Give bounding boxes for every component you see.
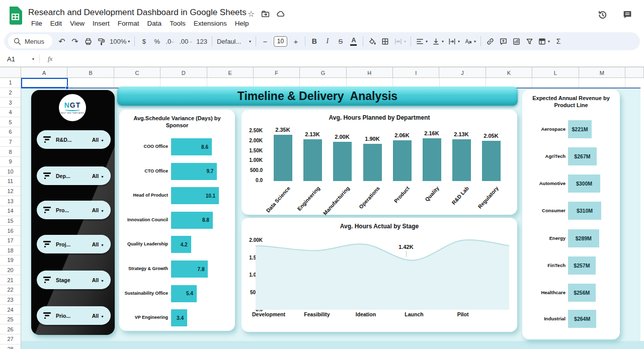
bold-button[interactable]: B (308, 35, 321, 48)
print-button[interactable] (82, 35, 95, 48)
column-header-F[interactable]: F (254, 67, 300, 78)
slicer-value-dropdown[interactable]: All▼ (92, 313, 104, 319)
column-header-D[interactable]: D (160, 67, 207, 78)
table-views-button[interactable]: ▾ (536, 35, 552, 48)
column-header-C[interactable]: C (114, 67, 160, 78)
row-header-22[interactable]: 22 (0, 285, 21, 295)
row-header-23[interactable]: 23 (0, 295, 21, 305)
horizontal-align-button[interactable]: ▾ (414, 35, 430, 48)
column-header-A[interactable]: A (21, 67, 67, 78)
row-header-4[interactable]: 4 (0, 108, 21, 118)
slicer-r&d[interactable]: R&D...All▼ (37, 130, 111, 149)
row-header-9[interactable]: 9 (0, 157, 21, 167)
increase-font-size-button[interactable]: + (289, 35, 302, 48)
column-header-B[interactable]: B (67, 67, 114, 78)
column-header-J[interactable]: J (439, 67, 486, 78)
row-header-14[interactable]: 14 (0, 206, 21, 216)
format-percent-button[interactable]: % (150, 35, 164, 48)
column-header-G[interactable]: G (300, 67, 346, 78)
insert-link-button[interactable] (484, 35, 497, 48)
row-header-13[interactable]: 13 (0, 196, 21, 206)
decrease-font-size-button[interactable]: − (259, 35, 272, 48)
column-header-H[interactable]: H (347, 67, 393, 78)
insert-comment-button[interactable] (497, 35, 510, 48)
menu-format[interactable]: Format (114, 19, 143, 28)
row-header-27[interactable]: 27 (0, 334, 21, 344)
font-select[interactable]: Defaul... ▾ (215, 35, 253, 48)
zoom-select[interactable]: 100% ▾ (108, 35, 132, 48)
cloud-save-status-icon[interactable] (276, 9, 285, 19)
row-header-12[interactable]: 12 (0, 187, 21, 197)
vertical-align-button[interactable]: ▾ (430, 35, 446, 48)
slicer-value-dropdown[interactable]: All▼ (92, 137, 104, 143)
row-header-5[interactable]: 5 (0, 117, 21, 127)
chart-expected-revenue[interactable]: Expected Annual Revenue by Product Line … (522, 90, 620, 339)
row-header-25[interactable]: 25 (0, 315, 21, 325)
slicer-proj[interactable]: Proj...All▼ (37, 235, 111, 253)
fill-color-button[interactable] (366, 35, 379, 48)
row-header-18[interactable]: 18 (0, 246, 21, 256)
chart-hours-actual[interactable]: Avg. Hours Actual by Stage 1.42K 2.00K1.… (242, 218, 517, 332)
slicer-dep[interactable]: Dep...All▼ (37, 166, 111, 185)
slicer-prio[interactable]: Prio...All▼ (37, 306, 111, 325)
borders-button[interactable] (379, 35, 392, 48)
row-header-20[interactable]: 20 (0, 266, 21, 276)
row-header-2[interactable]: 2 (0, 88, 21, 98)
insert-chart-button[interactable] (510, 35, 523, 48)
row-header-1[interactable]: 1 (0, 78, 21, 88)
menu-file[interactable]: File (27, 19, 46, 28)
menu-tools[interactable]: Tools (166, 19, 190, 28)
star-icon[interactable]: ☆ (248, 9, 255, 19)
column-header-I[interactable]: I (393, 67, 439, 78)
slicer-value-dropdown[interactable]: All▼ (92, 207, 104, 213)
chart-schedule-variance[interactable]: Avg.Schedule Variance (Days) by Sponsor … (119, 110, 235, 331)
text-rotation-button[interactable]: A ▾ (462, 35, 478, 48)
menu-extensions[interactable]: Extensions (190, 19, 231, 28)
select-all-corner[interactable] (0, 67, 21, 78)
row-header-28[interactable]: 28 (0, 344, 21, 349)
font-size-input[interactable]: 10 (274, 36, 287, 47)
slicer-value-dropdown[interactable]: All▼ (92, 277, 104, 283)
version-history-icon[interactable] (597, 9, 608, 20)
row-header-19[interactable]: 19 (0, 255, 21, 266)
row-header-3[interactable]: 3 (0, 98, 21, 108)
decrease-decimal-button[interactable]: .0← (164, 35, 177, 48)
menu-data[interactable]: Data (143, 19, 166, 28)
chart-hours-planned[interactable]: Avg. Hours Planned by Department 2.50K2.… (242, 110, 517, 215)
text-wrap-button[interactable]: ▾ (446, 35, 462, 48)
fill-handle[interactable] (65, 86, 69, 90)
slicer-value-dropdown[interactable]: All▼ (92, 241, 104, 247)
menu-view[interactable]: View (66, 19, 89, 28)
row-header-11[interactable]: 11 (0, 177, 21, 187)
column-header-E[interactable]: E (207, 67, 254, 78)
format-currency-button[interactable]: $ (137, 35, 150, 48)
row-header-8[interactable]: 8 (0, 147, 21, 157)
column-header-L[interactable]: L (532, 67, 579, 78)
row-header-24[interactable]: 24 (0, 305, 21, 315)
google-sheets-logo-icon[interactable] (9, 7, 22, 25)
redo-button[interactable]: ↷ (68, 35, 82, 48)
document-title[interactable]: Research and Development Dashboard in Go… (28, 8, 247, 18)
strikethrough-button[interactable]: S (334, 35, 347, 48)
column-header-K[interactable]: K (486, 67, 532, 78)
comments-icon[interactable] (622, 9, 633, 20)
row-header-26[interactable]: 26 (0, 325, 21, 335)
row-header-6[interactable]: 6 (0, 127, 21, 137)
column-header-M[interactable]: M (579, 67, 625, 78)
row-header-21[interactable]: 21 (0, 275, 21, 285)
active-cell-selection[interactable] (21, 78, 68, 88)
menu-edit[interactable]: Edit (46, 19, 66, 28)
row-header-17[interactable]: 17 (0, 236, 21, 246)
text-color-button[interactable]: A (347, 35, 360, 48)
menus-search-button[interactable]: Menus (8, 34, 52, 48)
increase-decimal-button[interactable]: .00→ (177, 35, 194, 48)
slicer-stage[interactable]: StageAll▼ (37, 271, 111, 289)
name-box[interactable]: A1 ▾ (0, 55, 34, 63)
menu-help[interactable]: Help (231, 19, 253, 28)
italic-button[interactable]: I (321, 35, 334, 48)
column-header-partial[interactable] (625, 67, 644, 78)
slicer-pro[interactable]: Pro...All▼ (37, 201, 111, 219)
merge-cells-button[interactable]: ▾ (392, 35, 408, 48)
menu-insert[interactable]: Insert (89, 19, 114, 28)
paint-format-button[interactable] (95, 35, 108, 48)
